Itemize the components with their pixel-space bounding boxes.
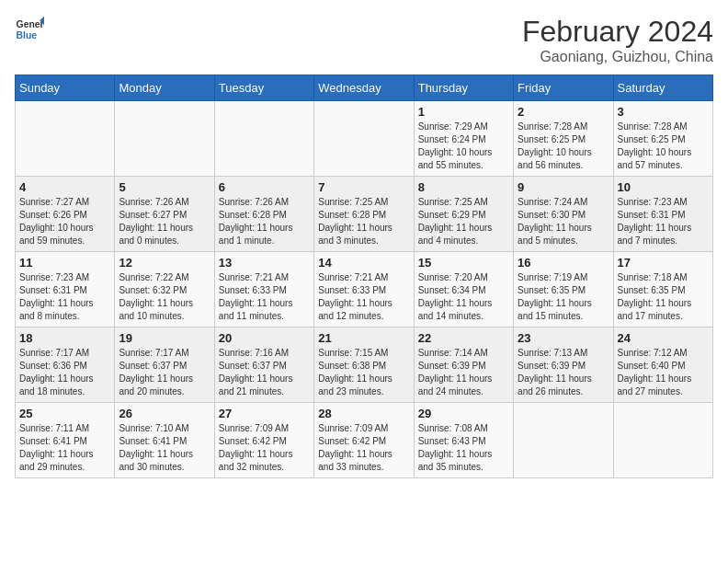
day-info: Sunrise: 7:24 AM Sunset: 6:30 PM Dayligh… — [518, 196, 609, 247]
day-number: 11 — [19, 256, 110, 270]
calendar-cell: 13Sunrise: 7:21 AM Sunset: 6:33 PM Dayli… — [214, 252, 313, 327]
calendar-cell: 27Sunrise: 7:09 AM Sunset: 6:42 PM Dayli… — [214, 403, 313, 478]
day-info: Sunrise: 7:09 AM Sunset: 6:42 PM Dayligh… — [318, 422, 409, 474]
day-number: 4 — [19, 180, 110, 194]
day-number: 18 — [19, 331, 110, 345]
calendar-cell — [214, 101, 313, 177]
day-number: 5 — [119, 180, 210, 194]
calendar-cell: 20Sunrise: 7:16 AM Sunset: 6:37 PM Dayli… — [214, 327, 313, 403]
calendar-cell — [115, 101, 214, 177]
day-info: Sunrise: 7:08 AM Sunset: 6:43 PM Dayligh… — [418, 422, 509, 474]
day-number: 19 — [119, 331, 210, 345]
day-info: Sunrise: 7:29 AM Sunset: 6:24 PM Dayligh… — [418, 121, 509, 172]
calendar-cell: 1Sunrise: 7:29 AM Sunset: 6:24 PM Daylig… — [414, 101, 513, 177]
day-number: 20 — [219, 331, 310, 345]
calendar-cell: 2Sunrise: 7:28 AM Sunset: 6:25 PM Daylig… — [514, 101, 613, 177]
day-info: Sunrise: 7:21 AM Sunset: 6:33 PM Dayligh… — [219, 271, 310, 323]
calendar-cell — [16, 101, 115, 177]
calendar-cell: 19Sunrise: 7:17 AM Sunset: 6:37 PM Dayli… — [115, 327, 214, 403]
svg-text:Blue: Blue — [17, 30, 38, 40]
title-area: February 2024 Gaoniang, Guizhou, China — [522, 15, 713, 65]
day-info: Sunrise: 7:22 AM Sunset: 6:32 PM Dayligh… — [119, 271, 210, 323]
week-row-4: 18Sunrise: 7:17 AM Sunset: 6:36 PM Dayli… — [16, 327, 713, 403]
calendar-header: SundayMondayTuesdayWednesdayThursdayFrid… — [16, 75, 713, 101]
calendar-cell: 21Sunrise: 7:15 AM Sunset: 6:38 PM Dayli… — [314, 327, 414, 403]
weekday-thursday: Thursday — [414, 75, 513, 101]
calendar-cell: 9Sunrise: 7:24 AM Sunset: 6:30 PM Daylig… — [514, 177, 613, 252]
day-info: Sunrise: 7:27 AM Sunset: 6:26 PM Dayligh… — [19, 196, 110, 247]
day-number: 13 — [219, 256, 310, 270]
calendar-cell: 10Sunrise: 7:23 AM Sunset: 6:31 PM Dayli… — [613, 177, 712, 252]
day-info: Sunrise: 7:25 AM Sunset: 6:29 PM Dayligh… — [418, 196, 509, 247]
calendar-cell: 18Sunrise: 7:17 AM Sunset: 6:36 PM Dayli… — [16, 327, 115, 403]
day-number: 21 — [318, 331, 409, 345]
calendar-cell: 26Sunrise: 7:10 AM Sunset: 6:41 PM Dayli… — [115, 403, 214, 478]
location-title: Gaoniang, Guizhou, China — [522, 49, 713, 65]
day-number: 26 — [119, 407, 210, 420]
day-number: 14 — [318, 256, 409, 270]
logo: General Blue — [15, 15, 44, 44]
calendar-cell — [514, 403, 613, 478]
weekday-row: SundayMondayTuesdayWednesdayThursdayFrid… — [16, 75, 713, 101]
calendar-cell: 14Sunrise: 7:21 AM Sunset: 6:33 PM Dayli… — [314, 252, 414, 327]
calendar-cell: 8Sunrise: 7:25 AM Sunset: 6:29 PM Daylig… — [414, 177, 513, 252]
calendar-body: 1Sunrise: 7:29 AM Sunset: 6:24 PM Daylig… — [16, 101, 713, 478]
day-number: 28 — [318, 407, 409, 420]
calendar-cell: 4Sunrise: 7:27 AM Sunset: 6:26 PM Daylig… — [16, 177, 115, 252]
calendar-cell: 11Sunrise: 7:23 AM Sunset: 6:31 PM Dayli… — [16, 252, 115, 327]
calendar-table: SundayMondayTuesdayWednesdayThursdayFrid… — [15, 75, 713, 478]
calendar-cell: 23Sunrise: 7:13 AM Sunset: 6:39 PM Dayli… — [514, 327, 613, 403]
calendar-cell — [314, 101, 414, 177]
day-info: Sunrise: 7:28 AM Sunset: 6:25 PM Dayligh… — [518, 121, 609, 172]
day-number: 25 — [19, 407, 110, 420]
day-number: 15 — [418, 256, 509, 270]
day-info: Sunrise: 7:23 AM Sunset: 6:31 PM Dayligh… — [19, 271, 110, 323]
day-info: Sunrise: 7:26 AM Sunset: 6:27 PM Dayligh… — [119, 196, 210, 247]
day-number: 10 — [618, 180, 709, 194]
calendar-cell: 28Sunrise: 7:09 AM Sunset: 6:42 PM Dayli… — [314, 403, 414, 478]
calendar-cell: 5Sunrise: 7:26 AM Sunset: 6:27 PM Daylig… — [115, 177, 214, 252]
day-number: 24 — [618, 331, 709, 345]
day-info: Sunrise: 7:15 AM Sunset: 6:38 PM Dayligh… — [318, 347, 409, 398]
day-number: 2 — [518, 105, 609, 119]
day-info: Sunrise: 7:25 AM Sunset: 6:28 PM Dayligh… — [318, 196, 409, 247]
day-number: 27 — [219, 407, 310, 420]
day-number: 6 — [219, 180, 310, 194]
calendar-cell: 29Sunrise: 7:08 AM Sunset: 6:43 PM Dayli… — [414, 403, 513, 478]
day-number: 17 — [618, 256, 709, 270]
calendar-cell: 15Sunrise: 7:20 AM Sunset: 6:34 PM Dayli… — [414, 252, 513, 327]
day-number: 7 — [318, 180, 409, 194]
calendar-cell: 17Sunrise: 7:18 AM Sunset: 6:35 PM Dayli… — [613, 252, 712, 327]
week-row-1: 1Sunrise: 7:29 AM Sunset: 6:24 PM Daylig… — [16, 101, 713, 177]
page-header: General Blue February 2024 Gaoniang, Gui… — [15, 15, 713, 65]
day-number: 12 — [119, 256, 210, 270]
weekday-saturday: Saturday — [613, 75, 712, 101]
calendar-cell: 3Sunrise: 7:28 AM Sunset: 6:25 PM Daylig… — [613, 101, 712, 177]
day-info: Sunrise: 7:26 AM Sunset: 6:28 PM Dayligh… — [219, 196, 310, 247]
day-info: Sunrise: 7:18 AM Sunset: 6:35 PM Dayligh… — [618, 271, 709, 323]
day-number: 8 — [418, 180, 509, 194]
svg-text:General: General — [17, 19, 44, 29]
day-info: Sunrise: 7:11 AM Sunset: 6:41 PM Dayligh… — [19, 422, 110, 474]
day-number: 16 — [518, 256, 609, 270]
calendar-cell: 7Sunrise: 7:25 AM Sunset: 6:28 PM Daylig… — [314, 177, 414, 252]
day-info: Sunrise: 7:14 AM Sunset: 6:39 PM Dayligh… — [418, 347, 509, 398]
week-row-2: 4Sunrise: 7:27 AM Sunset: 6:26 PM Daylig… — [16, 177, 713, 252]
day-number: 29 — [418, 407, 509, 420]
weekday-sunday: Sunday — [16, 75, 115, 101]
day-info: Sunrise: 7:12 AM Sunset: 6:40 PM Dayligh… — [618, 347, 709, 398]
calendar-cell: 16Sunrise: 7:19 AM Sunset: 6:35 PM Dayli… — [514, 252, 613, 327]
week-row-3: 11Sunrise: 7:23 AM Sunset: 6:31 PM Dayli… — [16, 252, 713, 327]
day-number: 9 — [518, 180, 609, 194]
day-number: 1 — [418, 105, 509, 119]
calendar-cell — [613, 403, 712, 478]
day-info: Sunrise: 7:10 AM Sunset: 6:41 PM Dayligh… — [119, 422, 210, 474]
day-info: Sunrise: 7:21 AM Sunset: 6:33 PM Dayligh… — [318, 271, 409, 323]
day-number: 3 — [618, 105, 709, 119]
day-number: 22 — [418, 331, 509, 345]
logo-icon: General Blue — [15, 15, 44, 44]
day-number: 23 — [518, 331, 609, 345]
day-info: Sunrise: 7:23 AM Sunset: 6:31 PM Dayligh… — [618, 196, 709, 247]
day-info: Sunrise: 7:19 AM Sunset: 6:35 PM Dayligh… — [518, 271, 609, 323]
day-info: Sunrise: 7:13 AM Sunset: 6:39 PM Dayligh… — [518, 347, 609, 398]
